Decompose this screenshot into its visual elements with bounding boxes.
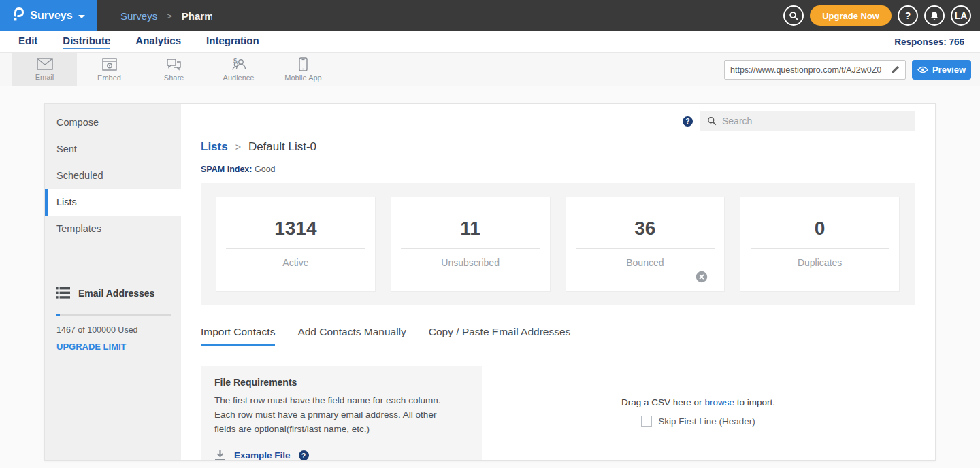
search-input[interactable]: [722, 116, 908, 127]
file-requirements-panel: File Requirements The first row must hav…: [201, 366, 482, 461]
stat-card-bounced[interactable]: 36 Bounced: [566, 197, 725, 292]
help-button[interactable]: ?: [898, 5, 918, 26]
tab-edit[interactable]: Edit: [18, 35, 37, 49]
email-lists-card: Compose Sent Scheduled Lists Templates E…: [44, 103, 936, 461]
list-detail-main: ? Lists > Default List-0 SPAM Index: Goo…: [181, 104, 935, 460]
email-addresses-section: Email Addresses 1467 of 100000 Used UPGR…: [45, 273, 181, 352]
stat-label: Unsubscribed: [391, 257, 550, 268]
example-file-link[interactable]: Example File: [234, 450, 291, 461]
toolbar-item-mobile-app[interactable]: Mobile App: [271, 53, 336, 86]
eye-icon: [917, 66, 928, 73]
toolbar-item-embed[interactable]: Embed: [77, 53, 142, 86]
tab-integration[interactable]: Integration: [206, 35, 259, 49]
spam-index-value: Good: [255, 165, 276, 174]
contact-tabs: Import Contacts Add Contacts Manually Co…: [201, 326, 915, 346]
file-requirements-title: File Requirements: [214, 377, 468, 388]
page-background: Compose Sent Scheduled Lists Templates E…: [0, 103, 980, 468]
stat-label: Bounced: [566, 257, 725, 268]
app-switcher[interactable]: Surveys: [0, 0, 97, 31]
toolbar-item-email[interactable]: Email: [12, 53, 77, 86]
stat-label: Active: [216, 257, 375, 268]
question-mark-icon: ?: [905, 10, 911, 21]
example-file-help-icon[interactable]: ?: [299, 450, 309, 461]
spam-index-label: SPAM Index:: [201, 165, 252, 174]
toolbar-item-share[interactable]: Share: [142, 53, 206, 86]
search-icon: [707, 116, 717, 126]
distribute-toolbar: Email Embed Share $ Audience Mobile App …: [0, 53, 980, 86]
top-header: Surveys Surveys > Pharma Upgrade Now ? L…: [0, 0, 980, 31]
app-name: Surveys: [30, 10, 72, 22]
list-breadcrumb: Lists > Default List-0: [201, 140, 915, 154]
survey-url-input[interactable]: [730, 65, 890, 75]
breadcrumb-separator: >: [167, 11, 172, 21]
search-icon: [789, 11, 799, 21]
stat-card-active[interactable]: 1314 Active: [216, 197, 376, 292]
usage-text: 1467 of 100000 Used: [56, 325, 169, 335]
stat-value: 0: [740, 218, 899, 239]
breadcrumb-current-survey: Pharma: [182, 10, 212, 22]
sidebar-item-scheduled[interactable]: Scheduled: [45, 163, 181, 189]
stat-card-unsubscribed[interactable]: 11 Unsubscribed: [391, 197, 551, 292]
breadcrumb: Surveys > Pharma: [120, 10, 212, 22]
search-button[interactable]: [783, 5, 804, 26]
survey-nav-tabs: Edit Distribute Analytics Integration Re…: [0, 31, 980, 53]
edit-pencil-icon[interactable]: [890, 65, 900, 75]
tab-copy-paste-email-addresses[interactable]: Copy / Paste Email Addresses: [429, 326, 571, 346]
embed-icon: [102, 58, 117, 71]
sidebar-item-lists[interactable]: Lists: [45, 189, 181, 216]
avatar[interactable]: LA: [951, 5, 971, 26]
stat-value: 11: [391, 218, 550, 239]
download-icon: [214, 450, 226, 461]
email-icon: [37, 58, 53, 71]
stat-label: Duplicates: [740, 257, 899, 268]
preview-button[interactable]: Preview: [912, 60, 971, 80]
mobile-app-icon: [299, 57, 308, 71]
tab-analytics[interactable]: Analytics: [135, 35, 181, 49]
share-icon: [166, 58, 182, 71]
questionpro-logo-icon: [12, 7, 24, 24]
breadcrumb-surveys-link[interactable]: Surveys: [120, 10, 157, 22]
tab-distribute[interactable]: Distribute: [63, 35, 110, 49]
csv-dropzone[interactable]: Drag a CSV here or browse to import. Ski…: [482, 366, 915, 461]
browse-link[interactable]: browse: [704, 397, 734, 407]
audience-icon: $: [230, 57, 248, 71]
lists-link[interactable]: Lists: [201, 140, 228, 154]
current-list-name: Default List-0: [248, 140, 316, 154]
toolbar-item-audience[interactable]: $ Audience: [206, 53, 271, 86]
chevron-down-icon: [78, 15, 85, 18]
drag-csv-text: Drag a CSV here or browse to import.: [621, 397, 775, 407]
list-stats-panel: 1314 Active 11 Unsubscribed 36 Bounced 0: [201, 183, 915, 305]
notifications-button[interactable]: [924, 5, 945, 26]
email-sidebar: Compose Sent Scheduled Lists Templates E…: [45, 104, 181, 460]
bell-icon: [930, 11, 939, 21]
file-requirements-body: The first row must have the field name f…: [214, 394, 459, 437]
search-help-icon[interactable]: ?: [683, 116, 693, 127]
contact-search-box[interactable]: [700, 111, 915, 131]
upgrade-limit-link[interactable]: UPGRADE LIMIT: [56, 341, 169, 352]
upgrade-now-button[interactable]: Upgrade Now: [810, 5, 892, 26]
list-icon: [56, 287, 70, 299]
stat-value: 1314: [216, 218, 375, 239]
breadcrumb-separator: >: [235, 141, 241, 152]
skip-first-line-checkbox[interactable]: [641, 416, 652, 427]
tab-import-contacts[interactable]: Import Contacts: [201, 326, 275, 346]
skip-first-line-label: Skip First Line (Header): [658, 416, 755, 427]
header-actions: Upgrade Now ? LA: [783, 0, 971, 31]
survey-url-field[interactable]: [724, 60, 906, 80]
stat-card-duplicates[interactable]: 0 Duplicates: [740, 197, 900, 292]
usage-progress-bar: [56, 314, 171, 316]
responses-count[interactable]: Responses: 766: [894, 37, 964, 47]
tab-add-contacts-manually[interactable]: Add Contacts Manually: [297, 326, 406, 346]
sidebar-item-compose[interactable]: Compose: [45, 110, 181, 136]
sidebar-item-templates[interactable]: Templates: [45, 216, 181, 242]
spam-index: SPAM Index: Good: [201, 165, 915, 174]
stat-value: 36: [566, 218, 725, 239]
sidebar-item-sent[interactable]: Sent: [45, 136, 181, 163]
email-addresses-title: Email Addresses: [78, 288, 154, 299]
remove-bounced-icon[interactable]: [696, 271, 708, 283]
